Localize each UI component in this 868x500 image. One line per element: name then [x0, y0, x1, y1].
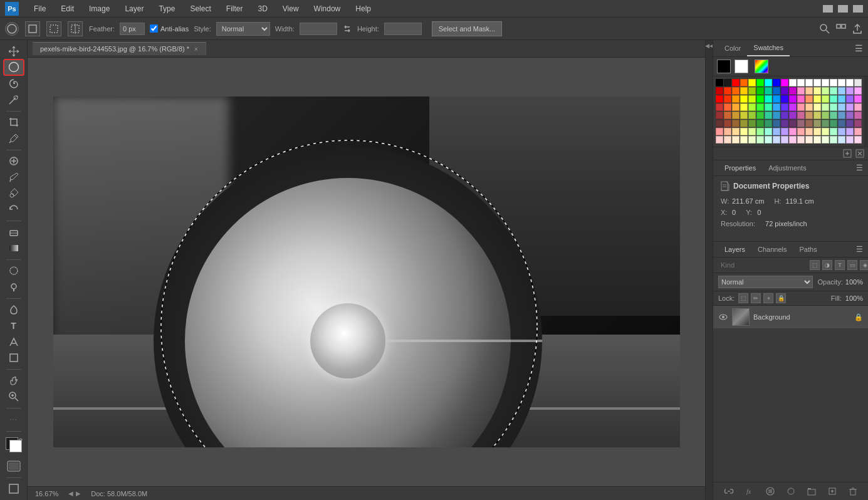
swatch-5-6[interactable]	[765, 120, 772, 127]
menu-layer[interactable]: Layer	[122, 3, 146, 14]
swatch-0-8[interactable]	[781, 79, 788, 86]
swatch-3-17[interactable]	[854, 103, 862, 111]
blend-mode-select[interactable]: Normal Multiply Screen Overlay	[718, 276, 813, 288]
swatches-tab[interactable]: Swatches	[747, 40, 790, 56]
swatch-0-17[interactable]	[854, 79, 862, 86]
swatch-2-17[interactable]	[854, 95, 862, 103]
height-input[interactable]	[384, 23, 422, 35]
swatch-4-13[interactable]	[822, 112, 829, 119]
new-group-btn[interactable]	[805, 485, 818, 497]
antialias-checkbox-wrap[interactable]: Anti-alias	[150, 24, 189, 33]
swatch-1-11[interactable]	[805, 87, 813, 95]
swatch-6-2[interactable]	[732, 128, 740, 135]
status-next-arrow[interactable]: ▶	[76, 490, 81, 497]
swatch-4-1[interactable]	[724, 112, 731, 119]
swatch-7-9[interactable]	[789, 136, 797, 143]
menu-select[interactable]: Select	[187, 3, 213, 14]
swatch-7-5[interactable]	[756, 136, 764, 143]
healing-brush-tool[interactable]	[4, 154, 23, 169]
swatch-7-14[interactable]	[830, 136, 837, 143]
spectrum-swatch[interactable]	[755, 60, 768, 73]
menu-file[interactable]: File	[31, 3, 48, 14]
background-swatch[interactable]	[735, 60, 748, 73]
layer-visibility-eye[interactable]	[718, 312, 728, 322]
path-selection-tool[interactable]	[4, 335, 23, 350]
single-row-marquee-btn[interactable]	[68, 21, 83, 36]
filter-pixel-btn[interactable]: ⬚	[810, 260, 820, 270]
swatch-5-5[interactable]	[756, 120, 764, 127]
swatch-4-7[interactable]	[773, 112, 780, 119]
width-input[interactable]	[300, 23, 337, 35]
dodge-tool[interactable]	[4, 279, 23, 294]
close-button[interactable]	[853, 5, 863, 13]
swatch-0-7[interactable]	[773, 79, 780, 86]
properties-tab[interactable]: Properties	[718, 160, 762, 175]
magic-wand-tool[interactable]	[4, 92, 23, 107]
swatch-7-0[interactable]	[716, 136, 723, 143]
swatch-6-12[interactable]	[813, 128, 821, 135]
swatch-0-4[interactable]	[748, 79, 756, 86]
swatch-7-6[interactable]	[765, 136, 772, 143]
swatch-6-6[interactable]	[765, 128, 772, 135]
swatch-2-5[interactable]	[756, 95, 764, 103]
layer-fx-btn[interactable]: fx	[743, 485, 756, 497]
swap-colors-icon[interactable]	[18, 436, 23, 441]
swatch-4-10[interactable]	[797, 112, 805, 119]
swatch-6-14[interactable]	[830, 128, 837, 135]
swatch-4-0[interactable]	[716, 112, 723, 119]
swatch-5-14[interactable]	[830, 120, 837, 127]
lock-artboard-btn[interactable]: ⌖	[763, 293, 773, 303]
swatch-3-2[interactable]	[732, 103, 740, 111]
swatch-1-15[interactable]	[838, 87, 845, 95]
swatch-3-1[interactable]	[724, 103, 731, 111]
swatches-scrollbar[interactable]	[864, 76, 868, 147]
swatch-7-2[interactable]	[732, 136, 740, 143]
swatch-4-5[interactable]	[756, 112, 764, 119]
swatch-4-12[interactable]	[813, 112, 821, 119]
zoom-tool[interactable]	[4, 390, 23, 405]
swatch-5-15[interactable]	[838, 120, 845, 127]
swatch-0-14[interactable]	[830, 79, 837, 86]
swatch-6-9[interactable]	[789, 128, 797, 135]
swatch-3-12[interactable]	[813, 103, 821, 111]
adjustments-tab[interactable]: Adjustments	[762, 160, 813, 175]
swatch-7-15[interactable]	[838, 136, 845, 143]
delete-layer-btn[interactable]	[847, 485, 859, 497]
swatch-5-1[interactable]	[724, 120, 731, 127]
share-icon[interactable]	[852, 23, 863, 34]
elliptical-marquee-tool[interactable]	[4, 60, 23, 75]
swatch-7-4[interactable]	[748, 136, 756, 143]
swatch-4-9[interactable]	[789, 112, 797, 119]
hand-tool[interactable]	[4, 373, 23, 388]
swatch-4-6[interactable]	[765, 112, 772, 119]
swatch-5-12[interactable]	[813, 120, 821, 127]
swatch-2-2[interactable]	[732, 95, 740, 103]
swatch-1-1[interactable]	[724, 87, 731, 95]
swatch-7-17[interactable]	[854, 136, 862, 143]
filter-shape-btn[interactable]: ▭	[847, 260, 857, 270]
swatch-2-14[interactable]	[830, 95, 837, 103]
menu-3d[interactable]: 3D	[255, 3, 269, 14]
swatch-0-12[interactable]	[813, 79, 821, 86]
eraser-tool[interactable]	[4, 225, 23, 240]
swatch-4-14[interactable]	[830, 112, 837, 119]
swatch-2-16[interactable]	[846, 95, 854, 103]
filter-text-btn[interactable]: T	[835, 260, 845, 270]
swatch-1-12[interactable]	[813, 87, 821, 95]
swatch-5-9[interactable]	[789, 120, 797, 127]
swatch-3-5[interactable]	[756, 103, 764, 111]
swatch-0-10[interactable]	[797, 79, 805, 86]
swatch-3-15[interactable]	[838, 103, 845, 111]
swatch-5-4[interactable]	[748, 120, 756, 127]
single-col-marquee-btn[interactable]	[46, 21, 61, 36]
swatch-5-8[interactable]	[781, 120, 788, 127]
swatch-4-16[interactable]	[846, 112, 854, 119]
swatch-7-8[interactable]	[781, 136, 788, 143]
swatch-7-16[interactable]	[846, 136, 854, 143]
status-prev-arrow[interactable]: ◀	[68, 490, 73, 497]
swatch-5-16[interactable]	[846, 120, 854, 127]
menu-image[interactable]: Image	[86, 3, 112, 14]
swatch-2-4[interactable]	[748, 95, 756, 103]
blur-tool[interactable]	[4, 264, 23, 279]
lock-pixels-btn[interactable]: ⬚	[738, 293, 748, 303]
